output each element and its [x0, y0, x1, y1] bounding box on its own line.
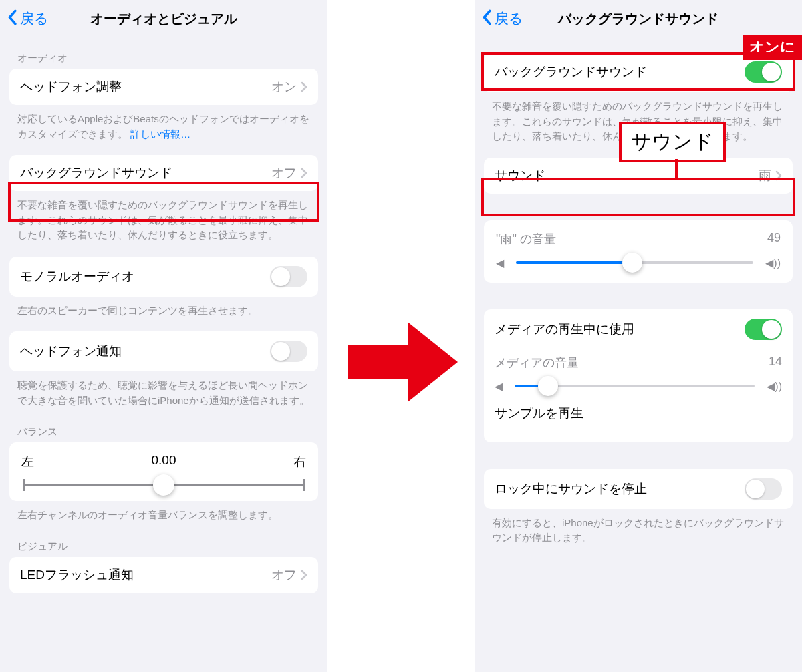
mono-audio-row: モノラルオーディオ — [9, 257, 318, 297]
rain-volume-block: "雨" の音量 49 ◀ ◀)) — [484, 220, 793, 283]
back-button[interactable]: 戻る — [7, 0, 49, 37]
speaker-high-icon: ◀)) — [767, 380, 782, 393]
row-value: オフ — [271, 566, 297, 584]
media-volume-label: メディアの音量 — [495, 355, 579, 371]
lock-stop-row: ロック中にサウンドを停止 — [484, 469, 793, 509]
row-label: ヘッドフォン通知 — [20, 343, 270, 360]
chevron-right-icon — [301, 81, 307, 92]
settings-background-sound-pane: 戻る バックグラウンドサウンド バックグラウンドサウンド 不要な雑音を覆い隠すた… — [475, 0, 802, 672]
row-value: 雨 — [759, 167, 771, 184]
balance-left-label: 左 — [21, 453, 34, 470]
row-label: LEDフラッシュ通知 — [20, 566, 271, 584]
headphone-notify-cell: ヘッドフォン通知 — [9, 331, 318, 371]
back-label: 戻る — [20, 9, 49, 28]
annotation-sound-callout: サウンド — [619, 122, 726, 162]
mono-footer: 左右のスピーカーで同じコンテンツを再生させます。 — [0, 297, 327, 321]
hp-notify-toggle[interactable] — [270, 341, 307, 362]
nav-bar: 戻る バックグラウンドサウンド — [475, 0, 802, 37]
sound-select-row[interactable]: サウンド 雨 — [484, 158, 793, 194]
hp-notify-footer: 聴覚を保護するため、聴覚に影響を与えるほど長い間ヘッドホンで大きな音を聞いていた… — [0, 371, 327, 411]
row-label: メディアの再生中に使用 — [495, 321, 745, 338]
play-sample-link[interactable]: サンプルを再生 — [495, 405, 782, 422]
balance-cell: 左 0.00 右 — [9, 442, 318, 501]
slider-knob[interactable] — [153, 474, 174, 496]
row-label: バックグラウンドサウンド — [495, 63, 745, 81]
back-button[interactable]: 戻る — [481, 0, 523, 37]
section-header-audio: オーディオ — [0, 37, 327, 69]
bg-sound-toggle[interactable] — [745, 61, 782, 83]
back-label: 戻る — [495, 9, 523, 28]
background-sound-cell: バックグラウンドサウンド オフ — [9, 155, 318, 191]
media-block: メディアの再生中に使用 メディアの音量 14 ◀ ◀)) サンプルを再生 — [484, 309, 793, 442]
volume-label: "雨" の音量 — [496, 231, 556, 247]
balance-slider[interactable] — [24, 484, 303, 486]
annotation-on-tag: オンに — [743, 35, 802, 60]
row-value: オン — [271, 78, 297, 96]
annotation-connector — [675, 159, 678, 178]
balance-header: バランス — [0, 411, 327, 442]
row-label: サウンド — [495, 167, 759, 184]
section-header-visual: ビジュアル — [0, 526, 327, 557]
background-sound-row[interactable]: バックグラウンドサウンド オフ — [9, 155, 318, 191]
chevron-left-icon — [7, 9, 17, 29]
more-info-link[interactable]: 詳しい情報… — [130, 128, 190, 140]
page-title: オーディオとビジュアル — [90, 10, 237, 28]
bg-sound-footer: 不要な雑音を覆い隠すためのバックグラウンドサウンドを再生します。これらのサウンド… — [0, 191, 327, 246]
play-sample-row[interactable]: サンプルを再生 — [484, 393, 793, 432]
row-label: モノラルオーディオ — [20, 268, 270, 285]
row-label: ロック中にサウンドを停止 — [495, 480, 745, 498]
chevron-right-icon — [301, 570, 307, 580]
led-flash-cell: LEDフラッシュ通知 オフ — [9, 557, 318, 593]
volume-slider[interactable] — [516, 261, 753, 264]
balance-footer: 左右チャンネルのオーディオ音量バランスを調整します。 — [0, 501, 327, 526]
row-label: ヘッドフォン調整 — [20, 78, 271, 96]
volume-value: 49 — [767, 231, 781, 247]
arrow-right-icon — [341, 315, 461, 411]
speaker-low-icon: ◀ — [495, 380, 503, 393]
media-use-toggle[interactable] — [745, 319, 782, 340]
slider-knob[interactable] — [622, 253, 642, 273]
nav-bar: 戻る オーディオとビジュアル — [0, 0, 327, 37]
settings-audio-visual-pane: 戻る オーディオとビジュアル オーディオ ヘッドフォン調整 オン 対応しているA… — [0, 0, 327, 672]
speaker-high-icon: ◀)) — [765, 257, 781, 269]
mono-audio-cell: モノラルオーディオ — [9, 257, 318, 297]
balance-value: 0.00 — [152, 453, 176, 470]
page-title: バックグラウンドサウンド — [558, 10, 718, 28]
speaker-low-icon: ◀ — [496, 257, 504, 269]
chevron-left-icon — [481, 9, 492, 29]
row-label: バックグラウンドサウンド — [20, 164, 271, 182]
lock-stop-footer: 有効にすると、iPhoneがロックされたときにバックグラウンドサウンドが停止しま… — [475, 509, 802, 548]
headphone-adjust-row[interactable]: ヘッドフォン調整 オン — [9, 69, 318, 105]
media-volume-value: 14 — [769, 355, 782, 371]
chevron-right-icon — [301, 168, 307, 178]
headphone-adjust-cell: ヘッドフォン調整 オン — [9, 69, 318, 105]
mono-toggle[interactable] — [270, 266, 307, 287]
headphone-notify-row: ヘッドフォン通知 — [9, 331, 318, 371]
led-flash-row[interactable]: LEDフラッシュ通知 オフ — [9, 557, 318, 593]
headphone-footer: 対応しているAppleおよびBeatsのヘッドフォンではオーディオをカスタマイズ… — [0, 105, 327, 144]
sound-select-cell: サウンド 雨 — [484, 158, 793, 194]
lock-stop-toggle[interactable] — [745, 478, 782, 500]
media-volume-slider[interactable] — [515, 385, 755, 387]
chevron-right-icon — [775, 170, 782, 181]
media-use-row: メディアの再生中に使用 — [484, 309, 793, 349]
row-value: オフ — [271, 164, 297, 182]
balance-right-label: 右 — [293, 453, 306, 470]
lock-stop-cell: ロック中にサウンドを停止 — [484, 469, 793, 509]
